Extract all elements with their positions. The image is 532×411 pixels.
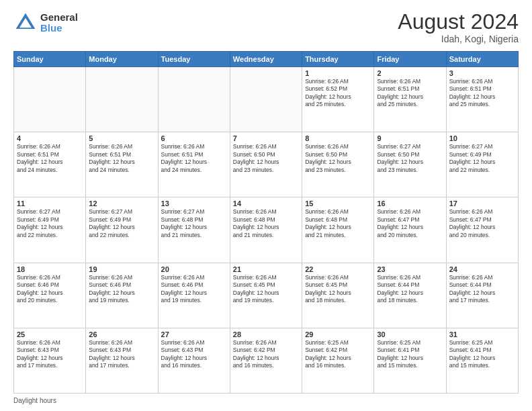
location-title: Idah, Kogi, Nigeria bbox=[398, 34, 519, 44]
day-number: 8 bbox=[305, 134, 371, 142]
col-header-sunday: Sunday bbox=[14, 52, 86, 67]
week-row-4: 25Sunrise: 6:26 AM Sunset: 6:43 PM Dayli… bbox=[14, 328, 519, 393]
week-row-2: 11Sunrise: 6:27 AM Sunset: 6:49 PM Dayli… bbox=[14, 197, 519, 263]
day-info: Sunrise: 6:26 AM Sunset: 6:48 PM Dayligh… bbox=[305, 208, 371, 239]
calendar-cell: 17Sunrise: 6:26 AM Sunset: 6:47 PM Dayli… bbox=[446, 197, 518, 263]
day-number: 17 bbox=[449, 199, 515, 208]
day-number: 26 bbox=[89, 330, 154, 338]
calendar-cell: 15Sunrise: 6:26 AM Sunset: 6:48 PM Dayli… bbox=[302, 197, 374, 263]
week-row-3: 18Sunrise: 6:26 AM Sunset: 6:46 PM Dayli… bbox=[14, 263, 519, 328]
day-info: Sunrise: 6:26 AM Sunset: 6:45 PM Dayligh… bbox=[305, 274, 371, 305]
day-number: 18 bbox=[17, 265, 83, 273]
calendar-cell: 14Sunrise: 6:26 AM Sunset: 6:48 PM Dayli… bbox=[230, 197, 302, 263]
logo-general-label: General bbox=[40, 12, 78, 24]
day-info: Sunrise: 6:27 AM Sunset: 6:48 PM Dayligh… bbox=[161, 208, 227, 239]
footer-note: Daylight hours bbox=[13, 397, 519, 404]
logo: General Blue bbox=[13, 11, 78, 35]
col-header-monday: Monday bbox=[86, 52, 158, 67]
daylight-hours-label: Daylight hours bbox=[13, 397, 56, 404]
calendar-cell: 27Sunrise: 6:26 AM Sunset: 6:43 PM Dayli… bbox=[158, 328, 230, 393]
day-info: Sunrise: 6:26 AM Sunset: 6:44 PM Dayligh… bbox=[377, 274, 443, 305]
day-info: Sunrise: 6:26 AM Sunset: 6:46 PM Dayligh… bbox=[89, 274, 154, 305]
calendar-cell: 13Sunrise: 6:27 AM Sunset: 6:48 PM Dayli… bbox=[158, 197, 230, 263]
day-number: 30 bbox=[377, 330, 443, 338]
calendar-cell: 7Sunrise: 6:26 AM Sunset: 6:50 PM Daylig… bbox=[230, 132, 302, 197]
header: General Blue August 2024 Idah, Kogi, Nig… bbox=[13, 11, 519, 44]
col-header-friday: Friday bbox=[374, 52, 446, 67]
calendar-cell bbox=[14, 67, 86, 132]
day-number: 11 bbox=[17, 199, 83, 208]
calendar-cell: 1Sunrise: 6:26 AM Sunset: 6:52 PM Daylig… bbox=[302, 67, 374, 132]
calendar-cell: 24Sunrise: 6:26 AM Sunset: 6:44 PM Dayli… bbox=[446, 263, 518, 328]
day-info: Sunrise: 6:26 AM Sunset: 6:52 PM Dayligh… bbox=[305, 78, 371, 109]
day-info: Sunrise: 6:26 AM Sunset: 6:45 PM Dayligh… bbox=[233, 274, 299, 305]
calendar-cell: 6Sunrise: 6:26 AM Sunset: 6:51 PM Daylig… bbox=[158, 132, 230, 197]
day-info: Sunrise: 6:26 AM Sunset: 6:42 PM Dayligh… bbox=[233, 339, 299, 370]
week-row-0: 1Sunrise: 6:26 AM Sunset: 6:52 PM Daylig… bbox=[14, 67, 519, 132]
day-number: 14 bbox=[233, 199, 299, 208]
day-number: 3 bbox=[449, 69, 515, 77]
week-row-1: 4Sunrise: 6:26 AM Sunset: 6:51 PM Daylig… bbox=[14, 132, 519, 197]
calendar-cell bbox=[86, 67, 158, 132]
calendar-cell: 25Sunrise: 6:26 AM Sunset: 6:43 PM Dayli… bbox=[14, 328, 86, 393]
page: General Blue August 2024 Idah, Kogi, Nig… bbox=[0, 0, 532, 411]
day-number: 24 bbox=[449, 265, 515, 273]
calendar-cell: 2Sunrise: 6:26 AM Sunset: 6:51 PM Daylig… bbox=[374, 67, 446, 132]
calendar-cell: 19Sunrise: 6:26 AM Sunset: 6:46 PM Dayli… bbox=[86, 263, 158, 328]
calendar-cell: 29Sunrise: 6:25 AM Sunset: 6:42 PM Dayli… bbox=[302, 328, 374, 393]
day-info: Sunrise: 6:26 AM Sunset: 6:51 PM Dayligh… bbox=[17, 143, 83, 174]
day-number: 20 bbox=[161, 265, 227, 273]
calendar-cell: 10Sunrise: 6:27 AM Sunset: 6:49 PM Dayli… bbox=[446, 132, 518, 197]
day-number: 22 bbox=[305, 265, 371, 273]
day-info: Sunrise: 6:27 AM Sunset: 6:49 PM Dayligh… bbox=[17, 208, 83, 239]
calendar-cell: 9Sunrise: 6:27 AM Sunset: 6:50 PM Daylig… bbox=[374, 132, 446, 197]
day-info: Sunrise: 6:26 AM Sunset: 6:44 PM Dayligh… bbox=[449, 274, 515, 305]
day-info: Sunrise: 6:25 AM Sunset: 6:41 PM Dayligh… bbox=[449, 339, 515, 370]
calendar-cell: 3Sunrise: 6:26 AM Sunset: 6:51 PM Daylig… bbox=[446, 67, 518, 132]
day-info: Sunrise: 6:26 AM Sunset: 6:51 PM Dayligh… bbox=[161, 143, 227, 174]
day-number: 28 bbox=[233, 330, 299, 338]
calendar-cell: 4Sunrise: 6:26 AM Sunset: 6:51 PM Daylig… bbox=[14, 132, 86, 197]
day-number: 12 bbox=[89, 199, 154, 208]
day-number: 7 bbox=[233, 134, 299, 142]
month-title: August 2024 bbox=[398, 11, 519, 32]
day-number: 19 bbox=[89, 265, 154, 273]
day-number: 13 bbox=[161, 199, 227, 208]
day-number: 1 bbox=[305, 69, 371, 77]
day-info: Sunrise: 6:26 AM Sunset: 6:47 PM Dayligh… bbox=[377, 208, 443, 239]
day-info: Sunrise: 6:27 AM Sunset: 6:50 PM Dayligh… bbox=[377, 143, 443, 174]
calendar-cell: 11Sunrise: 6:27 AM Sunset: 6:49 PM Dayli… bbox=[14, 197, 86, 263]
day-info: Sunrise: 6:26 AM Sunset: 6:43 PM Dayligh… bbox=[17, 339, 83, 370]
day-number: 2 bbox=[377, 69, 443, 77]
day-number: 10 bbox=[449, 134, 515, 142]
calendar-cell bbox=[158, 67, 230, 132]
calendar-cell: 30Sunrise: 6:25 AM Sunset: 6:41 PM Dayli… bbox=[374, 328, 446, 393]
col-header-saturday: Saturday bbox=[446, 52, 518, 67]
day-info: Sunrise: 6:26 AM Sunset: 6:46 PM Dayligh… bbox=[17, 274, 83, 305]
calendar-cell: 26Sunrise: 6:26 AM Sunset: 6:43 PM Dayli… bbox=[86, 328, 158, 393]
day-info: Sunrise: 6:26 AM Sunset: 6:48 PM Dayligh… bbox=[233, 208, 299, 239]
calendar-cell: 5Sunrise: 6:26 AM Sunset: 6:51 PM Daylig… bbox=[86, 132, 158, 197]
day-info: Sunrise: 6:27 AM Sunset: 6:49 PM Dayligh… bbox=[89, 208, 154, 239]
col-header-thursday: Thursday bbox=[302, 52, 374, 67]
day-info: Sunrise: 6:25 AM Sunset: 6:42 PM Dayligh… bbox=[305, 339, 371, 370]
calendar-cell: 23Sunrise: 6:26 AM Sunset: 6:44 PM Dayli… bbox=[374, 263, 446, 328]
day-number: 27 bbox=[161, 330, 227, 338]
calendar-cell: 20Sunrise: 6:26 AM Sunset: 6:46 PM Dayli… bbox=[158, 263, 230, 328]
logo-blue-label: Blue bbox=[40, 23, 78, 34]
day-info: Sunrise: 6:26 AM Sunset: 6:51 PM Dayligh… bbox=[449, 78, 515, 109]
day-number: 31 bbox=[449, 330, 515, 338]
day-info: Sunrise: 6:26 AM Sunset: 6:51 PM Dayligh… bbox=[377, 78, 443, 109]
day-number: 16 bbox=[377, 199, 443, 208]
day-number: 25 bbox=[17, 330, 83, 338]
day-number: 4 bbox=[17, 134, 83, 142]
calendar-cell: 31Sunrise: 6:25 AM Sunset: 6:41 PM Dayli… bbox=[446, 328, 518, 393]
day-number: 9 bbox=[377, 134, 443, 142]
day-info: Sunrise: 6:26 AM Sunset: 6:50 PM Dayligh… bbox=[233, 143, 299, 174]
day-info: Sunrise: 6:26 AM Sunset: 6:51 PM Dayligh… bbox=[89, 143, 154, 174]
calendar-cell: 16Sunrise: 6:26 AM Sunset: 6:47 PM Dayli… bbox=[374, 197, 446, 263]
day-number: 23 bbox=[377, 265, 443, 273]
title-block: August 2024 Idah, Kogi, Nigeria bbox=[398, 11, 519, 44]
logo-icon bbox=[13, 11, 38, 35]
calendar-cell bbox=[230, 67, 302, 132]
